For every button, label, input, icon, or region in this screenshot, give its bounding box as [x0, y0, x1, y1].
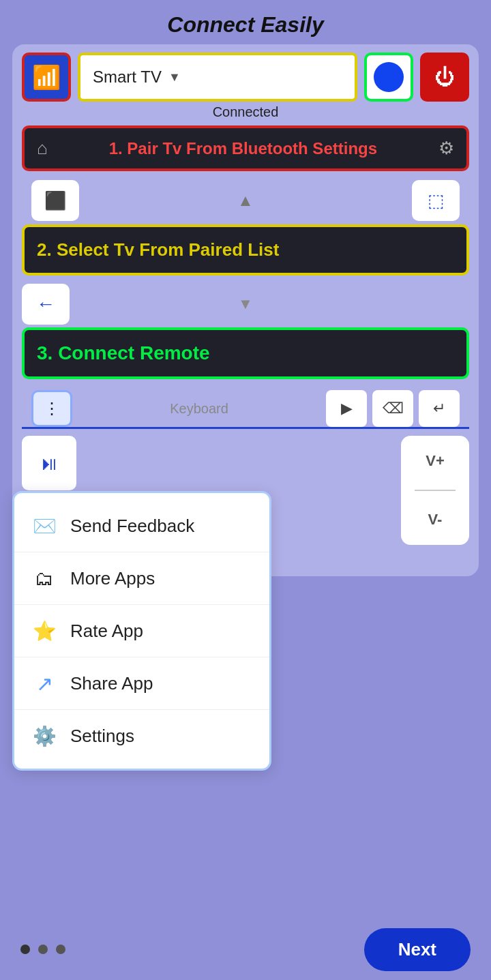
back-icon: ←: [36, 293, 55, 315]
menu-item-settings[interactable]: ⚙️ Settings: [14, 710, 269, 762]
connection-toggle[interactable]: [364, 53, 413, 102]
instruction-step-1: ⌂ 1. Pair Tv From Bluetooth Settings ⚙: [22, 125, 469, 171]
dropdown-menu: ✉️ Send Feedback 🗂 More Apps ⭐ Rate App …: [12, 491, 271, 771]
rate-app-label: Rate App: [70, 621, 143, 642]
forward-icon: ▶: [341, 400, 353, 417]
enter-icon: ↵: [433, 400, 445, 417]
play-pause-icon: ⏯: [40, 452, 59, 475]
menu-item-more-apps[interactable]: 🗂 More Apps: [14, 552, 269, 605]
back-button[interactable]: ←: [22, 284, 70, 325]
menu-item-send-feedback[interactable]: ✉️ Send Feedback: [14, 500, 269, 552]
menu-button[interactable]: ⋮: [31, 390, 72, 427]
play-pause-button[interactable]: ⏯: [22, 436, 76, 490]
dots-icon: ⋮: [44, 399, 60, 418]
volume-control: V+ V-: [401, 436, 469, 545]
dot-1: [20, 945, 30, 954]
next-button[interactable]: Next: [364, 928, 471, 971]
screen-mirror-button[interactable]: ⬚: [412, 180, 460, 221]
share-icon: ↗: [31, 670, 58, 697]
input-button[interactable]: ⬛: [31, 180, 79, 221]
toggle-indicator: [374, 62, 404, 92]
dot-2: [38, 945, 48, 954]
menu-item-rate-app[interactable]: ⭐ Rate App: [14, 605, 269, 657]
device-name: Smart TV: [93, 68, 162, 87]
up-chevron: ▲: [225, 180, 266, 221]
settings-label: Settings: [70, 726, 134, 747]
step1-text: 1. Pair Tv From Bluetooth Settings: [109, 139, 377, 158]
nav-row: ← ▼: [12, 281, 479, 327]
keyboard-tab[interactable]: Keyboard: [78, 401, 321, 417]
power-icon: ⏻: [434, 65, 455, 89]
menu-item-share-app[interactable]: ↗ Share App: [14, 657, 269, 710]
bluetooth-button[interactable]: 📶: [22, 53, 71, 102]
page-title: Connect Easily: [167, 12, 323, 37]
power-button[interactable]: ⏻: [420, 53, 469, 102]
bottom-bar: Next: [0, 919, 491, 980]
apps-icon: 🗂: [31, 565, 58, 592]
step3-text: 3. Connect Remote: [37, 342, 210, 363]
forward-button[interactable]: ▶: [326, 390, 367, 427]
device-selector[interactable]: Smart TV ▼: [78, 53, 357, 102]
chevron-down-icon: ▼: [168, 70, 181, 85]
keyboard-row: ⋮ Keyboard ▶ ⌫ ↵: [22, 385, 469, 429]
bluetooth-icon: 📶: [32, 63, 61, 91]
down-chevron: ▼: [238, 295, 253, 313]
backspace-icon: ⌫: [383, 400, 404, 417]
volume-divider: [415, 490, 456, 491]
backspace-button[interactable]: ⌫: [372, 390, 413, 427]
connection-status: Connected: [12, 104, 479, 120]
home-icon: ⌂: [37, 138, 48, 159]
settings-icon: ⚙️: [31, 722, 58, 749]
more-apps-label: More Apps: [70, 568, 155, 589]
top-bar: 📶 Smart TV ▼ ⏻: [12, 44, 479, 104]
pagination-dots: [20, 945, 65, 954]
screen-mirror-icon: ⬚: [428, 190, 445, 211]
gear-icon: ⚙: [438, 138, 454, 159]
instruction-step-2: 2. Select Tv From Paired List: [22, 224, 469, 276]
volume-up-label[interactable]: V+: [426, 452, 445, 470]
dot-3: [56, 945, 65, 954]
instruction-step-3: 3. Connect Remote: [22, 327, 469, 379]
enter-button[interactable]: ↵: [419, 390, 460, 427]
header: Connect Easily: [0, 0, 491, 44]
email-icon: ✉️: [31, 512, 58, 539]
share-app-label: Share App: [70, 673, 153, 694]
spacer: [421, 284, 469, 325]
star-icon: ⭐: [31, 617, 58, 644]
input-icon: ⬛: [44, 190, 66, 211]
volume-down-label[interactable]: V-: [428, 511, 443, 529]
step2-text: 2. Select Tv From Paired List: [37, 239, 279, 260]
send-feedback-label: Send Feedback: [70, 516, 194, 537]
